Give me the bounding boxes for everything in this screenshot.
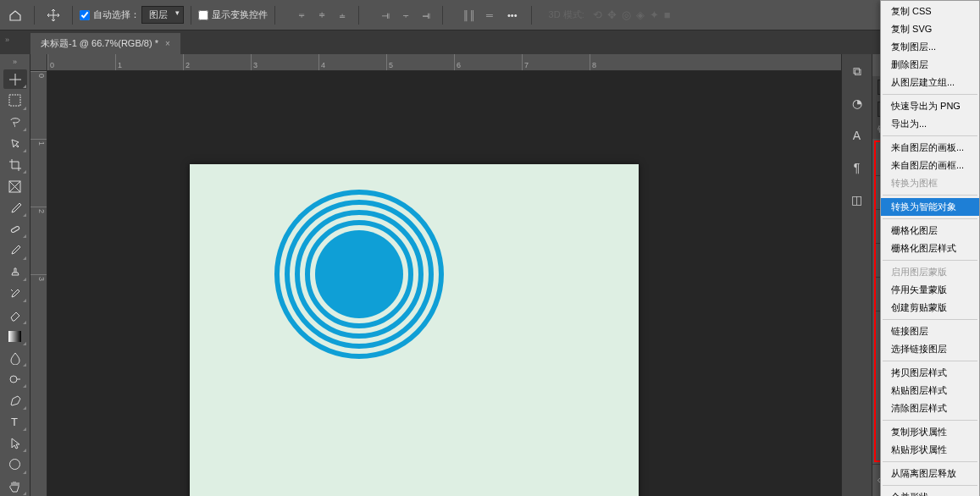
brush-tool[interactable]	[3, 240, 27, 260]
ruler-origin[interactable]	[30, 54, 47, 71]
menu-item[interactable]: 选择链接图层	[881, 340, 979, 358]
blur-tool[interactable]	[3, 348, 27, 367]
svg-text:T: T	[11, 416, 18, 427]
history-brush-tool[interactable]	[3, 284, 27, 303]
artboard[interactable]	[190, 164, 639, 496]
menu-item[interactable]: 清除图层样式	[881, 400, 979, 417]
align-hcenter-icon[interactable]: ⫟	[396, 6, 415, 25]
svg-point-6	[10, 460, 20, 470]
menu-item[interactable]: 来自图层的画框...	[881, 157, 979, 174]
3d-light-icon: ✦	[650, 8, 659, 21]
pen-tool[interactable]	[3, 390, 27, 410]
clone-stamp-tool[interactable]	[3, 262, 27, 282]
shape-tool[interactable]	[3, 455, 27, 474]
distribute-group: ║║ ═	[460, 6, 499, 25]
more-options-icon[interactable]: •••	[501, 10, 524, 20]
menu-item[interactable]: 导出为...	[881, 115, 979, 133]
auto-select-label: 自动选择：	[93, 8, 140, 21]
history-panel-icon[interactable]: ⧉	[847, 61, 867, 81]
gradient-tool[interactable]	[3, 327, 27, 346]
auto-select-target-dropdown[interactable]: 图层	[141, 6, 184, 24]
menu-item[interactable]: 删除图层	[881, 56, 979, 74]
eraser-tool[interactable]	[3, 305, 27, 324]
menu-item[interactable]: 来自图层的画板...	[881, 139, 979, 157]
svg-point-4	[10, 376, 17, 383]
character-panel-icon[interactable]: A	[847, 125, 867, 146]
canvas-viewport[interactable]: 012345678 0123	[30, 54, 841, 496]
menu-item[interactable]: 栅格化图层样式	[881, 240, 979, 257]
path-select-tool[interactable]	[3, 433, 27, 453]
menu-item[interactable]: 快速导出为 PNG	[881, 97, 979, 115]
align-top-icon[interactable]: ⫧	[292, 6, 311, 25]
3d-scale-icon: ◈	[636, 8, 645, 21]
align-vcenter-icon[interactable]: ⫩	[313, 6, 331, 25]
main-area: » T 012345678 0123	[0, 54, 980, 496]
marquee-tool[interactable]	[3, 91, 27, 110]
svg-rect-0	[9, 95, 20, 106]
menu-item[interactable]: 转换为智能对象	[881, 198, 979, 216]
frame-tool[interactable]	[3, 176, 27, 196]
auto-select-checkbox[interactable]: 自动选择：	[80, 8, 140, 21]
menu-item[interactable]: 创建剪贴蒙版	[881, 299, 979, 317]
menu-item[interactable]: 复制形状属性	[881, 423, 979, 441]
menu-item[interactable]: 粘贴图层样式	[881, 382, 979, 400]
healing-tool[interactable]	[3, 219, 27, 239]
menu-item[interactable]: 复制 CSS	[881, 3, 979, 20]
document-tab-bar: » 未标题-1 @ 66.7%(RGB/8) * ×	[0, 30, 980, 54]
close-tab-icon[interactable]: ×	[165, 39, 170, 48]
menu-item[interactable]: 停用矢量蒙版	[881, 281, 979, 299]
paragraph-panel-icon[interactable]: ¶	[847, 157, 867, 178]
document-tab-title: 未标题-1 @ 66.7%(RGB/8) *	[41, 37, 158, 50]
menu-item: 转换为图框	[881, 174, 979, 192]
ruler-horizontal[interactable]: 012345678	[47, 54, 841, 71]
lasso-tool[interactable]	[3, 113, 27, 132]
menu-item: 启用图层蒙版	[881, 263, 979, 281]
options-bar: 自动选择： 图层 显示变换控件 ⫧ ⫩ ⫨ ⫣ ⫟ ⫥ ║║ ═ ••• 3D …	[0, 0, 980, 30]
tool-panel: » T	[0, 54, 30, 496]
menu-item[interactable]: 链接图层	[881, 322, 979, 340]
align-group-1: ⫧ ⫩ ⫨	[292, 6, 352, 25]
crop-tool[interactable]	[3, 155, 27, 174]
mini-dock: ⧉ ◔ A ¶ ◫	[841, 54, 872, 496]
adjustments-panel-icon[interactable]: ◔	[847, 93, 867, 113]
3d-camera-icon: ■	[664, 8, 671, 21]
show-transform-label: 显示变换控件	[212, 8, 268, 21]
menu-item[interactable]: 从隔离图层释放	[881, 465, 979, 482]
hand-tool[interactable]	[3, 477, 27, 496]
menu-item[interactable]: 栅格化图层	[881, 222, 979, 240]
move-tool-icon[interactable]	[42, 3, 65, 27]
menu-item[interactable]: 从图层建立组...	[881, 74, 979, 91]
libraries-panel-icon[interactable]: ◫	[847, 190, 867, 210]
3d-mode-label: 3D 模式:	[549, 8, 584, 21]
dodge-tool[interactable]	[3, 369, 27, 389]
show-transform-checkbox[interactable]: 显示变换控件	[198, 8, 268, 21]
type-tool[interactable]: T	[3, 412, 27, 432]
document-tab[interactable]: 未标题-1 @ 66.7%(RGB/8) * ×	[30, 33, 180, 54]
svg-rect-3	[8, 331, 21, 342]
distribute-v-icon[interactable]: ═	[480, 6, 499, 25]
move-tool[interactable]	[3, 69, 27, 89]
center-disc	[315, 230, 403, 318]
ruler-vertical[interactable]: 0123	[30, 71, 47, 496]
svg-rect-2	[10, 225, 19, 232]
concentric-rings-artwork	[274, 190, 444, 359]
quick-select-tool[interactable]	[3, 134, 27, 153]
menu-item[interactable]: 合并形状	[881, 488, 979, 496]
distribute-h-icon[interactable]: ║║	[460, 6, 479, 25]
menu-item[interactable]: 复制 SVG	[881, 20, 979, 38]
align-bottom-icon[interactable]: ⫨	[333, 6, 352, 25]
eyedropper-tool[interactable]	[3, 198, 27, 218]
collapse-tools-icon[interactable]: »	[13, 58, 17, 66]
tab-handle-icon[interactable]: »	[5, 36, 9, 44]
align-group-2: ⫣ ⫟ ⫥	[376, 6, 435, 25]
3d-roll-icon: ◎	[622, 8, 631, 21]
home-icon[interactable]	[3, 3, 27, 27]
menu-item[interactable]: 拷贝图层样式	[881, 364, 979, 382]
3d-orbit-icon: ⟲	[593, 8, 602, 21]
menu-item[interactable]: 粘贴形状属性	[881, 441, 979, 459]
3d-pan-icon: ✥	[607, 8, 617, 21]
menu-item[interactable]: 复制图层...	[881, 38, 979, 56]
align-left-icon[interactable]: ⫣	[376, 6, 395, 25]
align-right-icon[interactable]: ⫥	[417, 6, 435, 25]
3d-mode-icons: ⟲ ✥ ◎ ◈ ✦ ■	[593, 8, 671, 21]
